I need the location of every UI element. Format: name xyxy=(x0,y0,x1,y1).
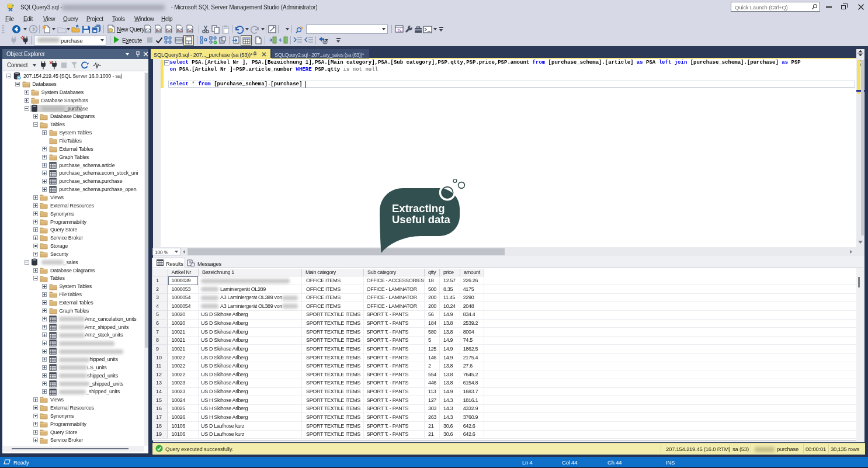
svg-text:DAX: DAX xyxy=(188,29,193,32)
svg-text:XMLA: XMLA xyxy=(176,29,183,32)
svg-text:MDX: MDX xyxy=(156,29,161,32)
svg-text:DMX: DMX xyxy=(166,29,172,32)
